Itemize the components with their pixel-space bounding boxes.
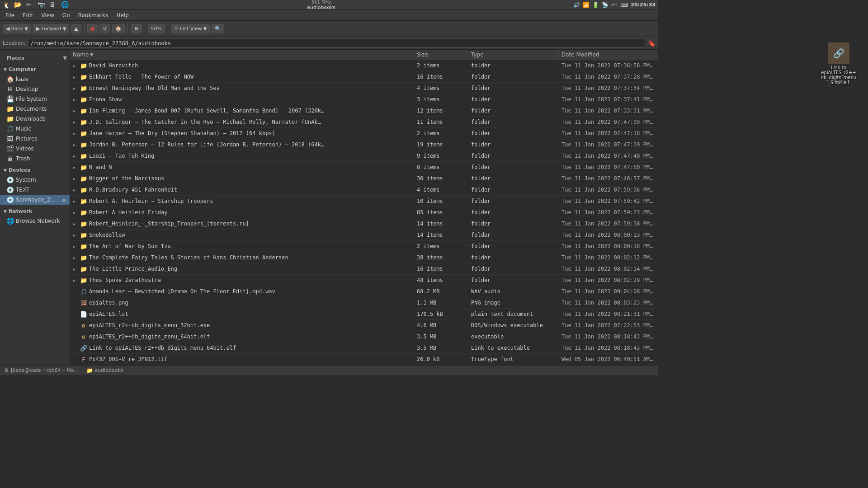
reload-button[interactable]: ↺ [99,24,110,33]
computer-arrow[interactable]: ▼ [4,67,7,72]
table-row[interactable]: ▶ 📁 N_and_N 8 items folder Tue 11 Jan 20… [70,162,658,173]
table-row[interactable]: ▶ 📁 David Horovitch 2 items folder Tue 1… [70,60,658,71]
table-row[interactable]: ▶ 📁 Fiona Shaw 3 items folder Tue 11 Jan… [70,94,658,105]
tb-icon-edit[interactable]: ✏️ [26,1,34,9]
bookmark-icon[interactable]: 🔖 [648,40,656,47]
forward-dropdown-icon[interactable]: ▼ [63,26,66,31]
up-button[interactable]: ▲ [71,24,81,33]
back-dropdown-icon[interactable]: ▼ [24,26,28,31]
expand-arrow-5[interactable]: ▶ [73,120,78,125]
table-row[interactable]: ▶ 📁 J.D. Salinger – The Catcher in the R… [70,117,658,128]
sidebar-item-music[interactable]: 🎵 Music [0,124,70,134]
table-row[interactable]: ▶ 📁 Ian Fleming – James Bond 007 (Rufus … [70,105,658,117]
expand-arrow-4[interactable]: ▶ [73,108,78,113]
folder-status[interactable]: 📁 audiobooks [86,367,123,374]
sidebar-item-browse-network[interactable]: 🌐 Browse Network [0,216,70,226]
table-row[interactable]: ▶ 📁 Robert A. Heinlein – Starship Troope… [70,196,658,207]
sidebar-item-text[interactable]: 💿 TEXT [0,185,70,195]
expand-arrow-12[interactable]: ▶ [73,199,78,204]
table-row[interactable]: 🔗 Link to epiALTES_r2++db_digits_menu_64… [70,343,658,354]
table-row[interactable]: ▶ 📁 Jane Harper – The Dry (Stephen Shana… [70,128,658,139]
sidebar-item-system[interactable]: 💿 System [0,175,70,185]
table-row[interactable]: F Px437_DOS-V_re_JPN12.ttf 26.0 kB TrueT… [70,354,658,365]
table-row[interactable]: ▶ 📁 R.D.Bradbury-451 Fahrenheit 4 items … [70,184,658,196]
tb-icon-screenshot[interactable]: 📷 [38,1,46,9]
expand-arrow-0[interactable]: ▶ [73,63,78,68]
table-row[interactable]: 📄 epiALTES.lst 170.5 kB plain text docum… [70,309,658,320]
expand-arrow-10[interactable]: ▶ [73,176,78,181]
stop-button[interactable]: ● [87,24,98,33]
sidebar-item-pictures[interactable]: 🖼 Pictures [0,134,70,144]
table-row[interactable]: ▶ 📁 Jordan B. Peterson – 12 Rules for Li… [70,139,658,150]
battery-icon[interactable]: 🔋 [592,2,599,8]
sidebar-item-documents[interactable]: 📁 Documents [0,104,70,114]
sidebar-item-trash[interactable]: 🗑 Trash [0,154,70,164]
bluetooth-icon[interactable]: 📶 [583,2,590,8]
home-button[interactable]: 🏠 [112,24,125,33]
table-row[interactable]: ▶ 📁 Robert_Heinlein_-_Starship_Troopers_… [70,218,658,230]
terminal-status[interactable]: 🖥 [kaze@kaze:~/qb64 – Ma… [4,367,79,374]
location-input[interactable] [27,39,646,48]
table-row[interactable]: ▶ 📁 Robert A Heinlein Friday 85 items fo… [70,207,658,218]
expand-arrow-19[interactable]: ▶ [73,278,78,283]
expand-arrow-3[interactable]: ▶ [73,97,78,102]
col-header-name[interactable]: Name ▼ [70,50,414,60]
view-dropdown-icon[interactable]: ▼ [203,26,207,31]
table-row[interactable]: ▶ 📁 Eckhart Tolle – The Power of NOW 16 … [70,71,658,83]
expand-arrow-14[interactable]: ▶ [73,221,78,226]
table-row[interactable]: ▶ 📁 SmokeBellew 14 items folder Tue 11 J… [70,230,658,241]
menu-view[interactable]: View [38,11,57,19]
tb-icon-browser[interactable]: 🌐 [61,1,69,9]
expand-arrow-11[interactable]: ▶ [73,188,78,192]
expand-arrow-7[interactable]: ▶ [73,142,78,147]
menu-go[interactable]: Go [59,11,74,19]
keyboard-icon[interactable]: ⌨️ [620,2,628,8]
table-row[interactable]: ▶ 📁 The Art of War by Sun Tzu 2 items fo… [70,241,658,252]
network-arrow[interactable]: ▼ [4,209,7,214]
expand-arrow-9[interactable]: ▶ [73,165,78,170]
expand-arrow-13[interactable]: ▶ [73,210,78,215]
col-header-type[interactable]: Type [468,50,559,60]
expand-arrow-8[interactable]: ▶ [73,154,78,159]
network-icon[interactable]: 📡 [602,2,609,8]
table-row[interactable]: ⚙ epiALTES_r2++db_digits_menu_32bit.exe … [70,320,658,331]
menu-file[interactable]: File [2,11,18,19]
expand-arrow-2[interactable]: ▶ [73,86,78,91]
menu-edit[interactable]: Edit [19,11,37,19]
table-row[interactable]: ▶ 📁 Nigger of the Narcissus 30 items fol… [70,173,658,184]
table-row[interactable]: ▶ 📁 Thus Spoke Zarathustra 48 items fold… [70,275,658,286]
sidebar-item-sanmayce[interactable]: 💿 Sanmayce_2... ⏏ [0,195,70,205]
table-row[interactable]: ▶ 📁 The Little Prince_Audio_Eng 16 items… [70,263,658,275]
expand-arrow-16[interactable]: ▶ [73,244,78,249]
places-toggle[interactable]: ▼ [63,55,67,61]
table-row[interactable]: 🎵 Amanda Lear – Bewitched [Drama On The … [70,286,658,297]
devices-arrow[interactable]: ▼ [4,168,7,173]
volume-icon[interactable]: 🔊 [573,2,580,8]
table-row[interactable]: ▶ 📁 Laozi – Tao Teh King 9 items folder … [70,150,658,162]
sidebar-item-desktop[interactable]: 🖥 Desktop [0,84,70,94]
forward-button[interactable]: ▶ Forward ▼ [33,24,69,33]
col-header-date[interactable]: Date Modified [559,50,658,60]
view-button[interactable]: ☰ List View ▼ [171,24,210,33]
back-button[interactable]: ◀ Back ▼ [3,24,31,33]
col-header-size[interactable]: Size [414,50,468,60]
expand-arrow-1[interactable]: ▶ [73,75,78,80]
table-row[interactable]: 🖼 epialtes.png 1.1 MB PNG image Tue 11 J… [70,297,658,309]
search-button[interactable]: 🔍 [212,24,224,33]
menu-help[interactable]: Help [113,11,132,19]
expand-arrow-6[interactable]: ▶ [73,131,78,136]
sidebar-item-filesystem[interactable]: 💾 File System [0,94,70,104]
sidebar-item-downloads[interactable]: 📁 Downloads [0,114,70,124]
expand-arrow-17[interactable]: ▶ [73,255,78,260]
eject-icon[interactable]: ⏏ [62,197,66,202]
zoom-button[interactable]: 50% [148,24,165,33]
sidebar-item-kaze[interactable]: 🏠 kaze [0,74,70,84]
table-row[interactable]: ▶ 📁 The Complete Fairy Tales & Stories o… [70,252,658,263]
table-row[interactable]: ▶ 📁 Ernest_Hemingway_The_Old_Man_and_the… [70,83,658,94]
tb-icon-term[interactable]: 🖥 [49,1,57,9]
expand-arrow-18[interactable]: ▶ [73,267,78,272]
sidebar-item-videos[interactable]: 🎬 Videos [0,144,70,154]
menu-bookmarks[interactable]: Bookmarks [74,11,112,19]
computer-button[interactable]: 🖥 [131,24,142,33]
expand-arrow-15[interactable]: ▶ [73,233,78,238]
